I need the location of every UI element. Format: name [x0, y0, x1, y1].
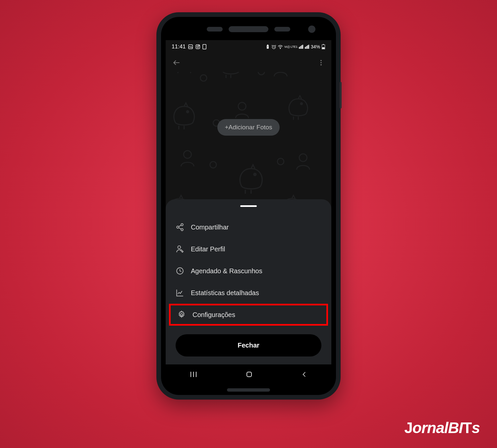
svg-point-14	[320, 64, 322, 66]
svg-rect-11	[322, 47, 324, 49]
svg-rect-6	[267, 45, 268, 45]
menu-item-stats[interactable]: Estatísticas detalhadas	[166, 282, 331, 304]
menu-item-label: Estatísticas detalhadas	[191, 289, 259, 297]
svg-rect-10	[323, 44, 324, 45]
more-vertical-icon[interactable]	[317, 59, 325, 66]
android-nav-bar	[166, 364, 331, 384]
app-bar	[166, 53, 331, 72]
signal-icon-1	[299, 45, 304, 49]
menu-item-label: Configurações	[193, 311, 235, 319]
battery-saver-icon	[265, 44, 270, 49]
battery-percentage: 34%	[311, 44, 320, 49]
sim-icon	[202, 44, 206, 49]
alarm-icon	[271, 44, 276, 49]
svg-point-24	[181, 228, 183, 231]
clock-icon	[176, 267, 184, 275]
back-button[interactable]	[291, 368, 317, 381]
screen: 11:41	[166, 40, 331, 384]
svg-point-27	[181, 314, 183, 316]
svg-rect-31	[247, 372, 251, 377]
status-bar: 11:41	[166, 40, 331, 53]
gear-icon	[177, 310, 186, 319]
svg-point-13	[320, 62, 322, 63]
hero-area: +Adicionar Fotos	[166, 72, 331, 213]
svg-point-8	[280, 48, 280, 49]
bottom-sheet: Compartilhar Editar Perfil Agendado & Ra…	[166, 199, 331, 364]
phone-inner: 11:41	[161, 17, 336, 395]
svg-point-12	[320, 60, 322, 61]
menu-item-label: Compartilhar	[191, 224, 229, 231]
menu-item-scheduled[interactable]: Agendado & Rascunhos	[166, 260, 331, 282]
back-arrow-icon[interactable]	[172, 58, 181, 67]
network-label: Vo)) LTE1	[284, 45, 298, 48]
add-photos-button[interactable]: +Adicionar Fotos	[217, 119, 279, 136]
signal-icon-2	[305, 45, 309, 49]
svg-point-18	[258, 72, 264, 75]
svg-point-20	[210, 161, 216, 168]
edit-profile-icon	[176, 245, 184, 253]
home-button[interactable]	[235, 367, 263, 382]
svg-point-2	[197, 46, 198, 47]
status-time: 11:41	[172, 43, 186, 50]
close-button[interactable]: Fechar	[176, 334, 321, 356]
watermark: JornalBITs	[404, 419, 480, 437]
recents-button[interactable]	[180, 368, 207, 381]
menu-item-settings[interactable]: Configurações	[169, 304, 328, 326]
svg-rect-4	[203, 44, 206, 49]
sheet-grabber[interactable]	[240, 205, 257, 207]
wifi-icon	[278, 44, 283, 49]
speaker-bar	[207, 26, 290, 32]
menu-item-label: Agendado & Rascunhos	[191, 267, 262, 275]
menu-item-label: Editar Perfil	[191, 245, 225, 253]
svg-point-22	[181, 224, 183, 226]
front-camera	[308, 26, 315, 33]
share-icon	[176, 223, 184, 231]
svg-point-25	[178, 246, 181, 249]
svg-point-23	[177, 226, 179, 228]
image-icon	[188, 44, 193, 49]
phone-side-button	[340, 82, 342, 108]
hero-pattern	[166, 72, 331, 213]
svg-point-21	[277, 158, 284, 164]
phone-frame: 11:41	[156, 12, 341, 400]
instagram-icon	[195, 44, 200, 49]
svg-point-3	[199, 45, 199, 46]
svg-rect-5	[267, 45, 269, 49]
home-indicator	[227, 388, 270, 392]
svg-point-17	[200, 75, 207, 81]
menu-item-share[interactable]: Compartilhar	[166, 216, 331, 238]
menu-item-edit-profile[interactable]: Editar Perfil	[166, 238, 331, 260]
battery-icon	[321, 44, 325, 49]
chart-icon	[176, 288, 184, 297]
